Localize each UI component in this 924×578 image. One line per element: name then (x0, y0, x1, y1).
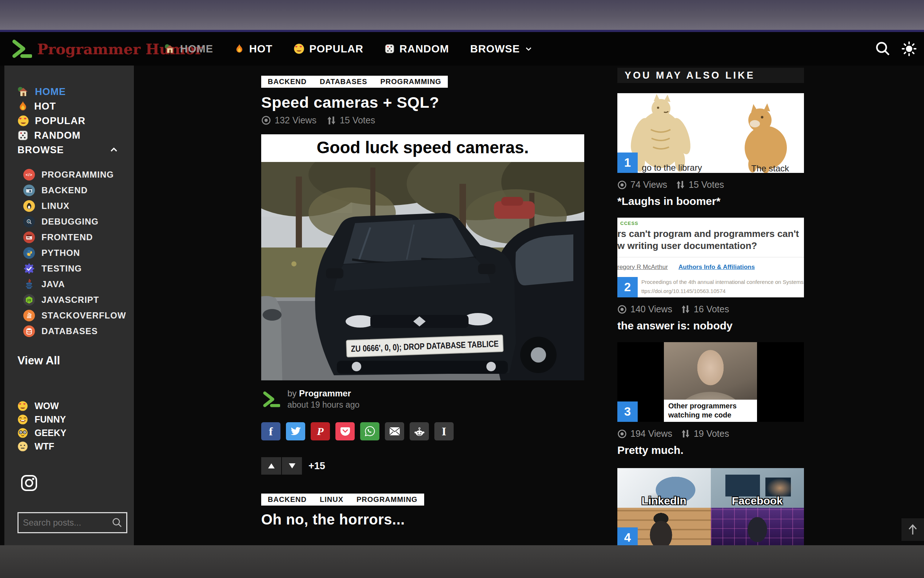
sidebar-item-python[interactable]: PYTHON (18, 245, 134, 261)
view-all-link[interactable]: View All (18, 354, 134, 367)
related-post-title[interactable]: the answer is: nobody (617, 320, 804, 332)
views-icon (617, 429, 627, 438)
sidebar-item-stackoverflow[interactable]: STACKOVERFLOW (18, 308, 134, 323)
sidebar-item-backend[interactable]: BACKEND (18, 182, 134, 198)
sidebar-item-hot[interactable]: HOT (18, 99, 134, 114)
sidebar-item-java[interactable]: JAVA (18, 276, 134, 292)
tag-backend[interactable]: BACKEND (268, 495, 307, 504)
tag-programming[interactable]: PROGRAMMING (356, 495, 417, 504)
related-post-thumb-4[interactable]: LinkedIn Facebook 4 (617, 468, 804, 548)
sidebar-item-wow[interactable]: WOW (18, 399, 134, 413)
related-post-thumb-3[interactable]: Other programmers watching me code 3 (617, 342, 804, 422)
facebook-icon: f (269, 425, 273, 438)
views-count: 132 Views (275, 115, 317, 125)
author-avatar[interactable] (261, 390, 281, 409)
sidebar-item-databases[interactable]: DATABASES (18, 323, 134, 339)
sidebar-item-frontend[interactable]: FRONTEND (18, 229, 134, 245)
post-title[interactable]: Oh no, the horrors... (261, 511, 584, 528)
related-post-title[interactable]: Pretty much. (617, 444, 804, 456)
votes-count: 15 Votes (340, 115, 375, 125)
views-icon (617, 305, 627, 314)
sidebar-item-home[interactable]: HOME (18, 84, 134, 99)
instagram-icon[interactable] (20, 474, 38, 492)
main-post: BACKEND DATABASES PROGRAMMING Speed came… (261, 76, 584, 528)
post-tags: BACKEND LINUX PROGRAMMING (261, 494, 424, 506)
pinterest-icon: P (317, 425, 324, 437)
nerd-face-icon (18, 428, 28, 438)
tag-programming[interactable]: PROGRAMMING (380, 78, 441, 86)
you-may-also-like: YOU MAY ALSO LIKE (617, 68, 804, 548)
nav-item-random[interactable]: RANDOM (385, 43, 449, 55)
reaction-filters: WOW FUNNY GEEKY WTF (18, 399, 134, 453)
email-icon (389, 427, 400, 436)
down-triangle-icon (289, 463, 295, 468)
votes-icon (676, 180, 685, 189)
meme-caption: Other programmers watching me code (664, 399, 757, 422)
java-icon (23, 278, 35, 290)
share-instapaper-button[interactable]: I (434, 422, 454, 440)
sidebar-item-random[interactable]: RANDOM (18, 128, 134, 143)
nav-item-popular[interactable]: POPULAR (294, 43, 363, 55)
share-pinterest-button[interactable]: P (311, 422, 330, 440)
votes-icon (681, 429, 690, 438)
light-mode-toggle-icon[interactable] (901, 41, 918, 57)
interview-meme: Other programmers watching me code (617, 342, 804, 422)
dice-icon (18, 130, 28, 141)
sidebar-item-browse[interactable]: BROWSE (18, 143, 134, 157)
related-post-thumb-1[interactable]: go to the library The stack 1 (617, 93, 804, 173)
laughing-face-icon (18, 414, 28, 425)
share-twitter-button[interactable] (286, 422, 305, 440)
sidebar-item-funny[interactable]: FUNNY (18, 413, 134, 426)
site-logo[interactable]: Programmer Humor (11, 38, 154, 59)
share-reddit-button[interactable] (409, 422, 429, 440)
vote-controls: +15 (261, 457, 584, 475)
house-icon (18, 86, 29, 97)
search-icon[interactable] (112, 517, 123, 528)
nav-item-browse[interactable]: BROWSE (470, 43, 533, 55)
tag-databases[interactable]: DATABASES (320, 78, 367, 86)
sidebar-item-debugging[interactable]: DEBUGGING (18, 214, 134, 229)
sidebar-item-geeky[interactable]: GEEKY (18, 426, 134, 440)
views-icon (261, 115, 271, 125)
sidebar-item-testing[interactable]: TESTING (18, 261, 134, 276)
tag-backend[interactable]: BACKEND (268, 78, 307, 86)
reddit-icon (414, 426, 425, 437)
paper-author-link: regory R McArthur (617, 263, 668, 271)
stackoverflow-icon (23, 310, 35, 321)
share-email-button[interactable] (385, 422, 404, 440)
share-pocket-button[interactable] (335, 422, 355, 440)
search-input[interactable] (22, 517, 112, 528)
sidebar-item-linux[interactable]: LINUX (18, 198, 134, 214)
neutral-face-icon (18, 441, 28, 452)
javascript-icon: JS (23, 294, 35, 306)
sidebar-item-javascript[interactable]: JS JAVASCRIPT (18, 292, 134, 308)
related-post-thumb-2[interactable]: CCESS rs can't program and programmers c… (617, 218, 804, 297)
nav-menu: HOME HOT POPULAR RANDOM BROWSE (164, 43, 532, 55)
nav-item-hot[interactable]: HOT (234, 43, 272, 55)
scroll-to-top-button[interactable] (901, 518, 924, 541)
author-name[interactable]: Programmer (299, 388, 351, 398)
votes-icon (327, 116, 336, 125)
pocket-icon (340, 426, 350, 437)
sidebar-item-wtf[interactable]: WTF (18, 440, 134, 453)
next-post: BACKEND LINUX PROGRAMMING Oh no, the hor… (261, 494, 584, 528)
heart-eyes-icon (18, 401, 28, 411)
rank-badge: 3 (617, 401, 638, 422)
views-icon (617, 180, 627, 190)
sidebar-item-programming[interactable]: </> PROGRAMMING (18, 167, 134, 182)
meme-image[interactable]: Good luck speed cameras. (261, 134, 584, 380)
sidebar-item-popular[interactable]: POPULAR (18, 114, 134, 128)
databases-icon (23, 325, 35, 337)
search-icon[interactable] (874, 41, 891, 57)
share-whatsapp-button[interactable] (360, 422, 379, 440)
related-post-title[interactable]: *Laughs in boomer* (617, 195, 804, 208)
desktop-top-band (0, 0, 924, 32)
upvote-button[interactable] (261, 457, 281, 475)
share-facebook-button[interactable]: f (261, 422, 280, 440)
paper-affiliations-link: Authors Info & Affiliations (678, 263, 755, 271)
nav-item-home[interactable]: HOME (164, 43, 213, 55)
chevron-up-icon (109, 145, 118, 155)
post-title: Speed cameras + SQL? (261, 94, 584, 111)
downvote-button[interactable] (282, 457, 302, 475)
tag-linux[interactable]: LINUX (320, 495, 343, 504)
